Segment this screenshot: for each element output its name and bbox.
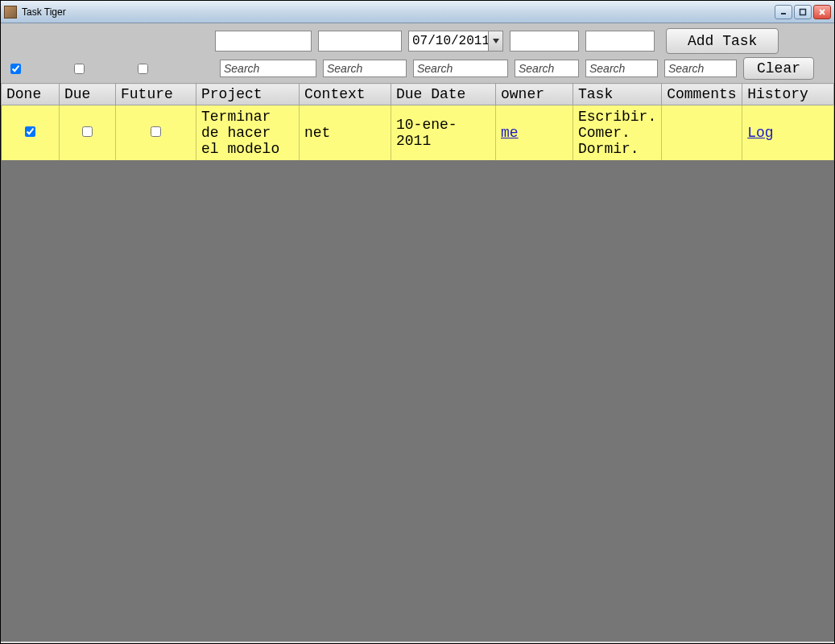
chevron-down-icon [493, 39, 499, 43]
owner-input[interactable] [510, 31, 579, 52]
col-header-due[interactable]: Due [60, 84, 116, 105]
minimize-button[interactable] [775, 5, 792, 19]
col-header-future[interactable]: Future [116, 84, 196, 105]
date-dropdown-button[interactable] [488, 31, 502, 51]
task-input[interactable] [585, 31, 655, 52]
maximize-icon [799, 8, 807, 16]
maximize-button[interactable] [794, 5, 812, 19]
search-comments[interactable] [664, 60, 737, 77]
filter-due-checkbox[interactable] [74, 64, 85, 74]
close-icon [818, 8, 826, 16]
cell-task[interactable]: Escribir. Comer. Dormir. [573, 105, 662, 162]
col-header-context[interactable]: Context [300, 84, 391, 105]
cell-done[interactable] [2, 105, 60, 162]
row-done-checkbox[interactable] [25, 126, 35, 137]
add-task-button[interactable]: Add Task [666, 28, 779, 54]
col-header-project[interactable]: Project [196, 84, 300, 105]
filter-done-checkbox[interactable] [10, 64, 21, 74]
col-header-task[interactable]: Task [573, 84, 662, 105]
search-project[interactable] [220, 60, 316, 77]
header-row: Done Due Future Project Context Due Date… [2, 84, 834, 105]
toolbar: Add Task Clear [1, 23, 834, 83]
search-owner[interactable] [515, 60, 579, 77]
row-due-checkbox[interactable] [82, 126, 93, 137]
cell-future[interactable] [116, 105, 196, 162]
window-title: Task Tiger [22, 6, 775, 18]
task-grid-wrapper: Done Due Future Project Context Due Date… [1, 83, 834, 642]
col-header-due-date[interactable]: Due Date [391, 84, 496, 105]
col-header-done[interactable]: Done [2, 84, 60, 105]
cell-comments[interactable] [662, 105, 742, 162]
context-input[interactable] [318, 31, 402, 52]
project-input[interactable] [215, 31, 312, 52]
svg-rect-1 [800, 9, 806, 14]
table-row[interactable]: Terminar de hacer el modelo net 10-ene-2… [2, 105, 834, 162]
search-due-date[interactable] [413, 60, 508, 77]
search-context[interactable] [323, 60, 407, 77]
cell-history-log-link[interactable]: Log [742, 105, 834, 162]
task-grid: Done Due Future Project Context Due Date… [1, 83, 834, 162]
cell-context[interactable]: net [300, 105, 391, 162]
minimize-icon [779, 8, 787, 16]
cell-due-date[interactable]: 10-ene-2011 [391, 105, 496, 162]
cell-owner[interactable]: me [496, 105, 573, 162]
app-icon [4, 6, 17, 19]
col-header-history[interactable]: History [742, 84, 834, 105]
svg-marker-4 [493, 39, 499, 43]
row-future-checkbox[interactable] [151, 126, 161, 137]
window-controls [775, 5, 831, 19]
cell-due[interactable] [60, 105, 116, 162]
col-header-owner[interactable]: owner [496, 84, 573, 105]
search-task[interactable] [585, 60, 658, 77]
col-header-comments[interactable]: Comments [662, 84, 742, 105]
titlebar: Task Tiger [1, 1, 834, 23]
close-button[interactable] [813, 5, 831, 19]
cell-project[interactable]: Terminar de hacer el modelo [196, 105, 300, 162]
clear-button[interactable]: Clear [743, 57, 814, 80]
filter-future-checkbox[interactable] [138, 64, 148, 74]
